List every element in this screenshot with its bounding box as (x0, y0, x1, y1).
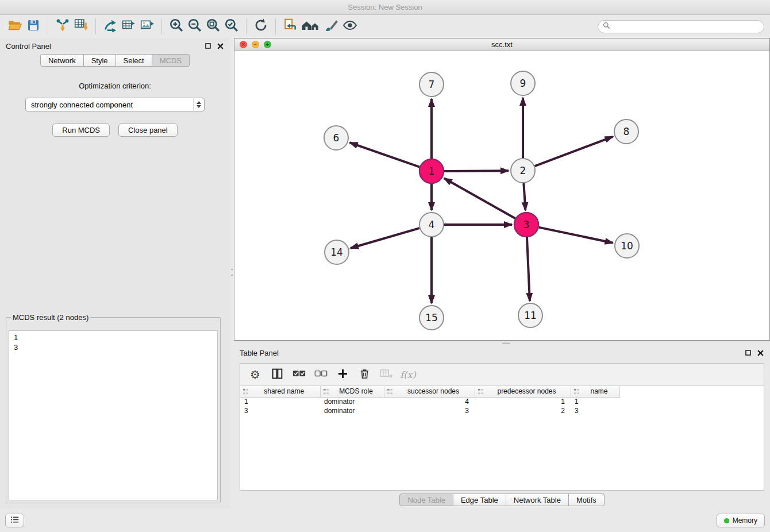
toolbar-separator (95, 18, 96, 34)
zoom-window-button[interactable]: + (264, 41, 271, 48)
edge-3-11[interactable] (527, 237, 530, 301)
node-3[interactable]: 3 (514, 213, 538, 237)
float-table-panel-icon[interactable] (744, 349, 752, 357)
edge-2-3[interactable] (523, 183, 525, 210)
memory-button[interactable]: Memory (717, 514, 765, 527)
add-row-button[interactable] (334, 367, 351, 383)
control-panel-header: Control Panel (0, 38, 230, 54)
table-cell[interactable]: 4 (384, 397, 475, 406)
edge-3-1[interactable] (444, 178, 515, 218)
table-cell[interactable]: 1 (475, 397, 571, 406)
control-panel-body: Optimization criterion: strongly connect… (0, 68, 230, 509)
function-icon: f(x) (400, 369, 415, 380)
table-cell[interactable]: 3 (240, 406, 320, 415)
table-splitter[interactable] (234, 341, 770, 345)
network-canvas-svg: 7968124314101511 (234, 51, 769, 341)
table-tab-network-table[interactable]: Network Table (506, 494, 569, 506)
table-tab-edge-table[interactable]: Edge Table (453, 494, 506, 506)
column-header-successor-nodes[interactable]: successor nodes (384, 386, 475, 397)
show-columns-button[interactable] (269, 367, 285, 383)
float-panel-icon[interactable] (204, 43, 211, 50)
table-cell[interactable]: 3 (384, 406, 475, 415)
node-4[interactable]: 4 (419, 213, 444, 237)
open-folder-icon (7, 18, 22, 35)
run-mcds-button[interactable]: Run MCDS (52, 124, 110, 137)
node-6[interactable]: 6 (324, 126, 348, 150)
node-7[interactable]: 7 (419, 72, 444, 97)
table-scroll-area[interactable]: shared nameMCDS rolesuccessor nodesprede… (240, 385, 764, 490)
column-header-name[interactable]: name (571, 386, 619, 397)
tab-select[interactable]: Select (116, 54, 152, 67)
search-input[interactable] (613, 22, 759, 30)
node-label: 9 (520, 78, 526, 89)
deselect-all-button[interactable] (313, 367, 329, 383)
table-row[interactable]: 3dominator323 (240, 406, 619, 415)
close-panel-icon[interactable] (217, 43, 224, 50)
node-9[interactable]: 9 (511, 71, 535, 95)
mcds-result-list: 13 (9, 330, 218, 500)
table-panel: Table Panel ⚙ f(x) (234, 345, 770, 509)
zoom-in-button[interactable] (167, 17, 186, 36)
node-11[interactable]: 11 (518, 303, 542, 327)
trash-icon (359, 368, 371, 382)
edge-1-2[interactable] (444, 171, 509, 171)
column-header-shared-name[interactable]: shared name (240, 386, 320, 397)
table-cell[interactable]: dominator (320, 397, 384, 406)
column-settings-button[interactable]: ⚙ (247, 367, 263, 383)
table-row[interactable]: 1dominator411 (240, 397, 619, 406)
delete-table-button[interactable] (378, 367, 394, 383)
zoom-fit-button[interactable] (204, 17, 222, 36)
table-cell[interactable]: 3 (571, 406, 619, 415)
table-tab-motifs[interactable]: Motifs (569, 494, 605, 506)
close-panel-button[interactable]: Close panel (118, 124, 178, 137)
node-label: 1 (429, 165, 435, 177)
edge-3-10[interactable] (539, 228, 613, 243)
table-cell[interactable]: dominator (320, 406, 384, 415)
delete-row-button[interactable] (356, 367, 372, 383)
search-field[interactable] (598, 20, 764, 33)
edge-2-8[interactable] (535, 137, 613, 166)
panel-chooser-button[interactable] (5, 514, 24, 527)
close-window-button[interactable]: × (240, 41, 247, 48)
toolbar-separator (275, 18, 276, 34)
export-image-button[interactable] (138, 17, 156, 36)
function-builder-button[interactable]: f(x) (400, 367, 416, 383)
node-8[interactable]: 8 (614, 119, 638, 144)
network-overview-button[interactable] (299, 17, 322, 36)
zoom-out-button[interactable] (186, 17, 204, 36)
table-cell[interactable]: 1 (571, 397, 619, 406)
open-session-button[interactable] (6, 17, 24, 36)
edge-1-6[interactable] (350, 142, 420, 167)
column-header-mcds-role[interactable]: MCDS role (320, 386, 384, 397)
show-hide-graphics-button[interactable] (341, 17, 359, 36)
import-network-icon (55, 18, 70, 35)
refresh-view-button[interactable] (252, 17, 270, 36)
copy-network-view-button[interactable] (281, 17, 299, 36)
import-table-button[interactable] (72, 17, 90, 36)
tab-style[interactable]: Style (84, 54, 116, 67)
zoom-selected-button[interactable] (222, 17, 241, 36)
table-cell[interactable]: 1 (240, 397, 320, 406)
node-2[interactable]: 2 (511, 159, 535, 183)
panel-splitter[interactable] (230, 38, 234, 509)
node-10[interactable]: 10 (615, 234, 639, 258)
node-15[interactable]: 15 (419, 306, 444, 330)
import-network-button[interactable] (53, 17, 72, 36)
node-1[interactable]: 1 (419, 159, 444, 183)
apply-style-button[interactable] (322, 17, 341, 36)
close-table-panel-icon[interactable] (757, 349, 764, 357)
criterion-select[interactable]: strongly connected component (25, 98, 205, 111)
save-session-button[interactable] (24, 17, 43, 36)
tab-mcds[interactable]: MCDS (152, 54, 190, 67)
table-tab-node-table[interactable]: Node Table (399, 494, 453, 506)
tab-network[interactable]: Network (40, 54, 84, 67)
table-cell[interactable]: 2 (475, 406, 571, 415)
minimize-window-button[interactable]: − (252, 41, 259, 48)
network-canvas[interactable]: 7968124314101511 (234, 51, 769, 340)
column-header-predecessor-nodes[interactable]: predecessor nodes (475, 386, 571, 397)
export-table-button[interactable] (120, 17, 138, 36)
node-14[interactable]: 14 (325, 240, 349, 264)
select-all-button[interactable] (291, 367, 307, 383)
clone-network-button[interactable] (101, 17, 120, 36)
edge-4-14[interactable] (351, 228, 419, 248)
